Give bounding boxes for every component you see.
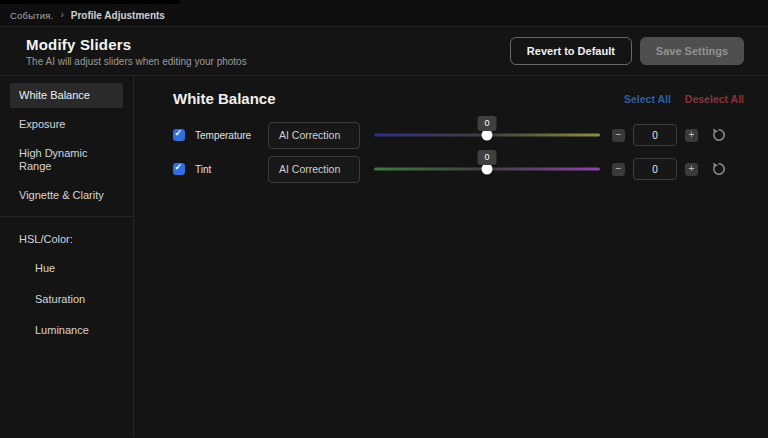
temperature-slider[interactable]: 0 [374, 118, 600, 152]
save-settings-button[interactable]: Save Settings [640, 37, 744, 65]
sidebar-item-luminance[interactable]: Luminance [10, 318, 123, 343]
white-balance-panel: White Balance Select All Deselect All Te… [134, 76, 768, 437]
tint-reset-icon[interactable] [711, 161, 727, 177]
tint-value-input[interactable] [633, 158, 677, 180]
chevron-right-icon: › [60, 9, 63, 20]
sidebar-group-hsl-color: HSL/Color: [10, 227, 123, 252]
temperature-value-input[interactable] [633, 124, 677, 146]
header-titles: Modify Sliders The AI will adjust slider… [26, 36, 247, 67]
tint-mode-dropdown[interactable]: AI Correction [268, 156, 360, 183]
breadcrumb: События. › Profile Adjustments [0, 0, 768, 27]
breadcrumb-root-link[interactable]: События. [10, 10, 53, 21]
sidebar-item-vignette-clarity[interactable]: Vignette & Clarity [10, 183, 123, 208]
sidebar-item-exposure[interactable]: Exposure [10, 112, 123, 137]
section-title: White Balance [173, 90, 276, 107]
tint-decrement-button[interactable]: − [612, 163, 625, 176]
page-subtitle: The AI will adjust sliders when editing … [26, 56, 247, 67]
tint-slider[interactable]: 0 [374, 152, 600, 186]
page-header: Modify Sliders The AI will adjust slider… [0, 27, 768, 76]
temperature-reset-icon[interactable] [711, 127, 727, 143]
sidebar-item-saturation[interactable]: Saturation [10, 287, 123, 312]
tint-row: Tint AI Correction 0 − + [173, 152, 744, 186]
temperature-mode-dropdown[interactable]: AI Correction [268, 122, 360, 149]
header-actions: Revert to Default Save Settings [510, 37, 744, 65]
temperature-slider-thumb[interactable] [482, 130, 493, 141]
temperature-checkbox[interactable] [173, 129, 185, 141]
top-edge-strip [0, 0, 180, 4]
tint-slider-thumb[interactable] [482, 164, 493, 175]
deselect-all-link[interactable]: Deselect All [685, 93, 744, 105]
temperature-label: Temperature [195, 130, 259, 141]
select-all-link[interactable]: Select All [624, 93, 671, 105]
sidebar-item-hue[interactable]: Hue [10, 256, 123, 281]
profile-adjustments-page: События. › Profile Adjustments Modify Sl… [0, 0, 768, 438]
tint-increment-button[interactable]: + [685, 163, 698, 176]
temperature-value-tooltip: 0 [477, 116, 496, 131]
temperature-increment-button[interactable]: + [685, 129, 698, 142]
breadcrumb-current: Profile Adjustments [71, 10, 165, 21]
settings-sidebar: White Balance Exposure High Dynamic Rang… [0, 76, 134, 437]
revert-to-default-button[interactable]: Revert to Default [510, 37, 632, 65]
tint-checkbox[interactable] [173, 163, 185, 175]
sidebar-item-high-dynamic-range[interactable]: High Dynamic Range [10, 141, 123, 179]
temperature-decrement-button[interactable]: − [612, 129, 625, 142]
sidebar-item-white-balance[interactable]: White Balance [10, 83, 123, 108]
sidebar-divider [0, 216, 133, 217]
tint-value-tooltip: 0 [477, 150, 496, 165]
tint-label: Tint [195, 164, 259, 175]
temperature-row: Temperature AI Correction 0 − + [173, 118, 744, 152]
page-title: Modify Sliders [26, 36, 247, 53]
